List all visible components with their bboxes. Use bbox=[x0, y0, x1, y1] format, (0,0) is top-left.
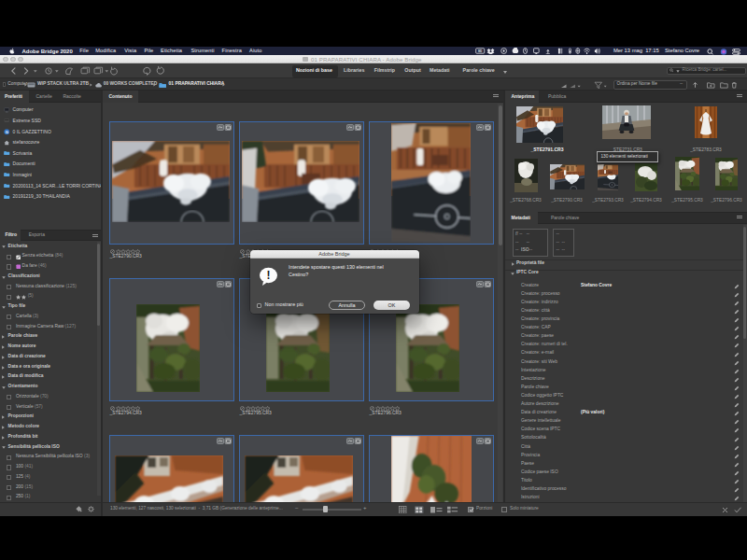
svg-text:G: G bbox=[6, 130, 8, 134]
svg-text:MD: MD bbox=[478, 49, 483, 54]
svg-text:!: ! bbox=[267, 269, 271, 282]
